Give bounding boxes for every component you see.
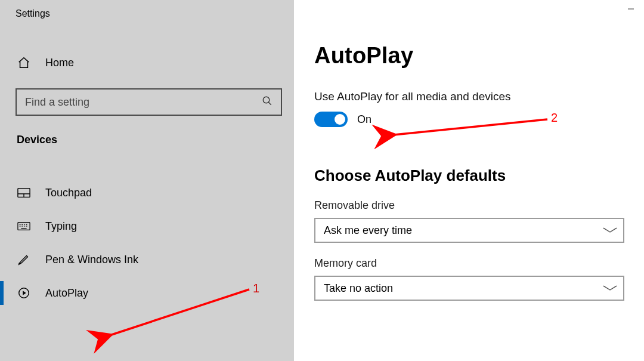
keyboard-icon <box>17 221 31 231</box>
home-label: Home <box>45 57 74 69</box>
annotation-number-2: 2 <box>551 111 558 125</box>
category-header: Devices <box>0 134 294 146</box>
toggle-section-label: Use AutoPlay for all media and devices <box>314 90 626 103</box>
sidebar-item-autoplay[interactable]: AutoPlay <box>0 276 294 310</box>
sidebar-item-label: Typing <box>45 220 77 233</box>
sidebar-item-label: Pen & Windows Ink <box>45 254 138 266</box>
search-placeholder: Find a setting <box>25 96 89 109</box>
svg-line-1 <box>268 102 271 105</box>
sidebar-item-label: AutoPlay <box>45 287 88 300</box>
field-label-memorycard: Memory card <box>314 257 626 270</box>
autoplay-toggle[interactable] <box>314 112 348 127</box>
sidebar-item-typing[interactable]: Typing <box>0 209 294 243</box>
svg-point-0 <box>263 97 270 103</box>
sidebar-item-pen[interactable]: Pen & Windows Ink <box>0 243 294 276</box>
page-title: AutoPlay <box>314 43 626 69</box>
chevron-down-icon <box>602 226 618 235</box>
app-title: Settings <box>0 0 294 19</box>
annotation-number-1: 1 <box>253 282 259 295</box>
sidebar-item-touchpad[interactable]: Touchpad <box>0 176 294 209</box>
search-icon <box>262 95 273 109</box>
main-content: AutoPlay Use AutoPlay for all media and … <box>294 0 644 361</box>
toggle-state-label: On <box>357 113 371 126</box>
nav-list: Touchpad Typing Pen & Windows Ink <box>0 176 294 310</box>
window-controls <box>617 0 644 24</box>
dropdown-value: Take no action <box>324 282 393 295</box>
home-icon <box>17 56 31 69</box>
pen-icon <box>17 253 31 266</box>
defaults-title: Choose AutoPlay defaults <box>314 166 626 185</box>
minimize-button[interactable] <box>617 0 644 18</box>
dropdown-value: Ask me every time <box>324 224 412 237</box>
chevron-down-icon <box>602 283 618 293</box>
touchpad-icon <box>17 187 31 198</box>
sidebar: Settings Home Find a setting Devices <box>0 0 294 361</box>
sidebar-item-label: Touchpad <box>45 187 92 199</box>
home-nav[interactable]: Home <box>0 54 294 72</box>
search-input[interactable]: Find a setting <box>16 88 282 116</box>
autoplay-icon <box>17 286 31 300</box>
field-label-removable: Removable drive <box>314 199 626 212</box>
autoplay-toggle-row: On <box>314 112 626 127</box>
removable-drive-dropdown[interactable]: Ask me every time <box>314 218 624 243</box>
memory-card-dropdown[interactable]: Take no action <box>314 276 624 301</box>
